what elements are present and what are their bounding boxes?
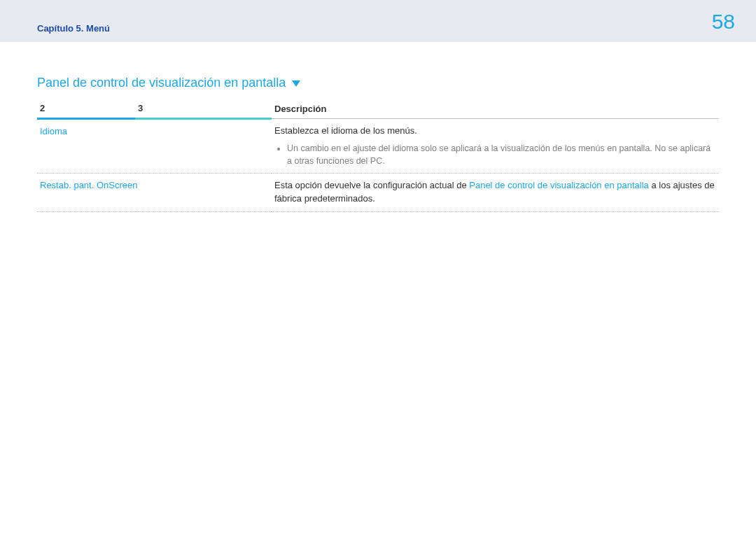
table-header-row: 2 3 Descripción (37, 99, 719, 119)
row-note-item: Un cambio en el ajuste del idioma solo s… (287, 142, 716, 167)
menu-table: 2 3 Descripción Idioma Establezca el idi… (37, 99, 719, 212)
page-content: Panel de control de visualización en pan… (0, 42, 756, 212)
triangle-down-icon (292, 80, 300, 87)
row-name[interactable]: Idioma (40, 126, 67, 136)
chapter-label: Capítulo 5. Menú (37, 23, 110, 34)
col-header-2: 3 (135, 99, 272, 119)
section-title-row: Panel de control de visualización en pan… (37, 76, 719, 90)
section-title: Panel de control de visualización en pan… (37, 76, 286, 90)
row-desc-link[interactable]: Panel de control de visualización en pan… (469, 180, 649, 190)
row-desc-pre: Esta opción devuelve la configuración ac… (274, 180, 469, 190)
table-row: Idioma Establezca el idioma de los menús… (37, 119, 719, 174)
row-name[interactable]: Restab. pant. OnScreen (40, 180, 137, 190)
page-header: Capítulo 5. Menú 58 (0, 0, 756, 42)
table-row: Restab. pant. OnScreen Esta opción devue… (37, 174, 719, 212)
page-number: 58 (712, 10, 735, 34)
col-header-1: 2 (37, 99, 135, 119)
col-header-3: Descripción (272, 99, 719, 119)
row-note-list: Un cambio en el ajuste del idioma solo s… (287, 142, 716, 167)
row-description: Establezca el idioma de los menús. (274, 125, 716, 138)
